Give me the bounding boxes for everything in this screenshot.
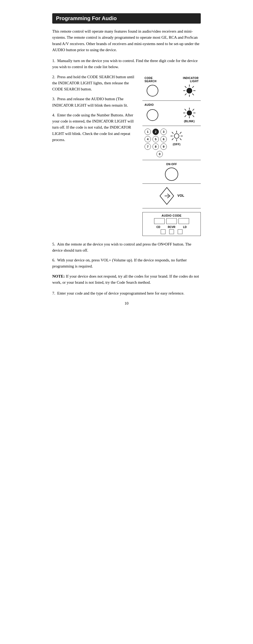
- num-3[interactable]: 3: [160, 129, 167, 135]
- step-1-text: 1. Manually turn on the device you wish …: [52, 58, 201, 70]
- code-label-rcvr: RCVR: [167, 226, 176, 229]
- svg-line-4: [185, 86, 186, 88]
- step-6-text: 6. With your device on, press VOL+ (Volu…: [52, 257, 201, 270]
- diagram-audio-code: AUDIO CODE CD RCVR LD: [142, 208, 201, 239]
- svg-point-17: [187, 111, 192, 115]
- num-6[interactable]: 6: [160, 136, 167, 142]
- numpad-row-3: 7 8 9: [145, 143, 167, 150]
- svg-line-13: [185, 109, 186, 111]
- audio-code-title: AUDIO CODE: [145, 214, 198, 217]
- off-label: (OFF): [173, 143, 180, 146]
- svg-point-26: [174, 134, 179, 138]
- code-box-rcvr[interactable]: [166, 218, 177, 224]
- vol-diamond-icon: [159, 186, 175, 205]
- code-search-button[interactable]: [147, 85, 158, 97]
- step-7-text: 7. Enter your code and the type of devic…: [52, 290, 201, 296]
- svg-line-24: [180, 132, 181, 134]
- code-label-ld: LD: [180, 226, 190, 229]
- numpad: 1 2 3 4 5 6 7 8 9: [145, 129, 167, 157]
- page-number: 10: [52, 301, 201, 306]
- code-boxes: [145, 218, 198, 224]
- diagram-audio: AUDIO: [142, 101, 201, 126]
- num-2[interactable]: 2: [152, 129, 159, 135]
- svg-line-6: [192, 86, 194, 88]
- num-8[interactable]: 8: [152, 143, 159, 150]
- left-col: 2. Press and hold the CODE SEARCH button…: [52, 74, 140, 239]
- step-1: 1. Manually turn on the device you wish …: [52, 58, 201, 70]
- right-col: CODE SEARCH INDICATOR LIGHT: [142, 74, 201, 239]
- step-5-text: 5. Aim the remote at the device you wish…: [52, 241, 201, 254]
- code-label-cd: CD: [154, 226, 163, 229]
- svg-line-14: [193, 115, 194, 117]
- svg-line-15: [193, 109, 194, 111]
- step-3-text: 3. Press and release the AUDIO button (T…: [52, 96, 140, 108]
- audio-code-box: AUDIO CODE CD RCVR LD: [142, 212, 201, 236]
- checkbox-rcvr[interactable]: [169, 229, 174, 234]
- top-labels: CODE SEARCH INDICATOR LIGHT: [142, 77, 201, 83]
- num-5[interactable]: 5: [152, 136, 159, 142]
- svg-line-7: [185, 94, 186, 95]
- step-4: 4. Enter the code using the Number Butto…: [52, 112, 140, 143]
- numpad-row-1: 1 2 3: [145, 129, 167, 135]
- step-4-text: 4. Enter the code using the Number Butto…: [52, 112, 140, 143]
- note-paragraph: NOTE: If your device does not respond, t…: [52, 273, 201, 286]
- num-9[interactable]: 9: [160, 143, 167, 150]
- audio-top-labels: AUDIO: [142, 103, 201, 107]
- checkbox-cd[interactable]: [161, 229, 165, 234]
- audio-button[interactable]: [147, 109, 158, 121]
- code-labels: CD RCVR LD: [145, 226, 198, 229]
- svg-line-16: [185, 115, 186, 117]
- indicator-light-label: INDICATOR LIGHT: [183, 77, 199, 83]
- section-header: Programming For Audio: [52, 13, 201, 24]
- code-box-ld[interactable]: [178, 218, 189, 224]
- svg-line-25: [172, 138, 173, 140]
- svg-line-23: [180, 138, 181, 140]
- indicator-light-icon: [182, 84, 197, 98]
- section-title: Programming For Audio: [56, 15, 117, 21]
- audio-label: AUDIO: [145, 103, 154, 107]
- diagram-onoff: ON·OFF: [142, 160, 201, 184]
- off-sun-icon: [169, 130, 184, 142]
- step-2: 2. Press and hold the CODE SEARCH button…: [52, 74, 140, 93]
- num-7[interactable]: 7: [145, 143, 151, 150]
- note-label: NOTE:: [52, 274, 65, 278]
- step-6: 6. With your device on, press VOL+ (Volu…: [52, 257, 201, 270]
- vol-label: VOL: [177, 194, 184, 198]
- step-5: 5. Aim the remote at the device you wish…: [52, 241, 201, 254]
- svg-line-5: [192, 94, 194, 95]
- step-3: 3. Press and release the AUDIO button (T…: [52, 96, 140, 108]
- content-area: 2. Press and hold the CODE SEARCH button…: [52, 74, 201, 239]
- code-box-cd[interactable]: [154, 218, 165, 224]
- onoff-button[interactable]: [165, 168, 178, 181]
- numpad-row-2: 4 5 6: [145, 136, 167, 142]
- num-1[interactable]: 1: [145, 129, 151, 135]
- page: Programming For Audio This remote contro…: [47, 5, 206, 639]
- code-checkboxes: [145, 229, 198, 234]
- onoff-label: ON·OFF: [166, 163, 177, 166]
- diagram-code-search: CODE SEARCH INDICATOR LIGHT: [142, 74, 201, 101]
- numpad-container: 1 2 3 4 5 6 7 8 9: [142, 129, 201, 157]
- diagram-vol: VOL: [142, 184, 201, 208]
- checkbox-ld[interactable]: [178, 229, 182, 234]
- code-search-label: CODE SEARCH: [145, 77, 156, 83]
- svg-line-22: [172, 132, 173, 134]
- note-text: If your device does not respond, try all…: [52, 274, 199, 284]
- step-7: 7. Enter your code and the type of devic…: [52, 290, 201, 296]
- intro-paragraph: This remote control will operate many fe…: [52, 28, 201, 53]
- num-4[interactable]: 4: [145, 136, 151, 142]
- diagram-numpad: 1 2 3 4 5 6 7 8 9: [142, 126, 201, 160]
- num-0[interactable]: 0: [156, 151, 163, 157]
- svg-point-8: [187, 88, 192, 93]
- numpad-row-0: 0: [145, 151, 167, 157]
- blink-icon: [182, 107, 197, 119]
- blink-label: (BLINK): [184, 120, 195, 123]
- step-2-text: 2. Press and hold the CODE SEARCH button…: [52, 74, 140, 93]
